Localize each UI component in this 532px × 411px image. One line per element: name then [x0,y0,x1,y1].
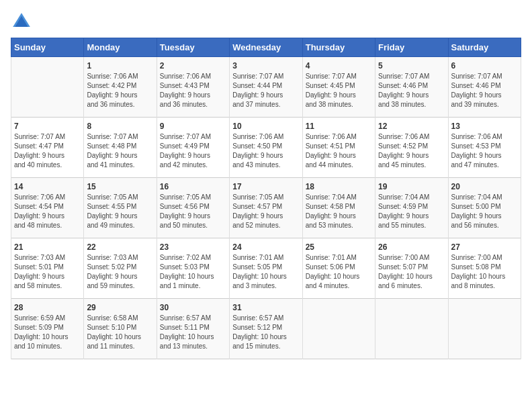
calendar-cell: 17Sunrise: 7:05 AM Sunset: 4:57 PM Dayli… [230,178,302,238]
cell-daylight-info: Sunrise: 7:07 AM Sunset: 4:49 PM Dayligh… [160,132,226,170]
calendar-cell: 12Sunrise: 7:06 AM Sunset: 4:52 PM Dayli… [375,118,448,178]
calendar-cell: 23Sunrise: 7:02 AM Sunset: 5:03 PM Dayli… [157,238,229,299]
calendar-week-row: 28Sunrise: 6:59 AM Sunset: 5:09 PM Dayli… [11,299,521,359]
calendar-cell: 13Sunrise: 7:06 AM Sunset: 4:53 PM Dayli… [448,118,521,178]
cell-daylight-info: Sunrise: 7:04 AM Sunset: 5:00 PM Dayligh… [451,193,518,230]
date-number: 13 [451,122,518,131]
calendar-cell: 18Sunrise: 7:04 AM Sunset: 4:58 PM Dayli… [302,178,375,238]
date-number: 24 [232,242,299,252]
cell-daylight-info: Sunrise: 7:07 AM Sunset: 4:48 PM Dayligh… [87,132,153,170]
calendar-cell: 7Sunrise: 7:07 AM Sunset: 4:47 PM Daylig… [11,118,84,178]
calendar-week-row: 7Sunrise: 7:07 AM Sunset: 4:47 PM Daylig… [11,118,521,178]
date-number: 29 [87,303,153,312]
calendar-cell: 9Sunrise: 7:07 AM Sunset: 4:49 PM Daylig… [157,118,229,178]
weekday-header: Thursday [302,38,375,57]
cell-daylight-info: Sunrise: 6:59 AM Sunset: 5:09 PM Dayligh… [14,314,81,351]
date-number: 2 [160,61,226,71]
calendar-week-row: 1Sunrise: 7:06 AM Sunset: 4:42 PM Daylig… [11,57,521,118]
calendar-cell: 10Sunrise: 7:06 AM Sunset: 4:50 PM Dayli… [230,118,302,178]
cell-daylight-info: Sunrise: 7:05 AM Sunset: 4:57 PM Dayligh… [232,193,299,230]
date-number: 22 [87,242,153,252]
calendar-body: 1Sunrise: 7:06 AM Sunset: 4:42 PM Daylig… [11,57,521,359]
weekday-header: Wednesday [230,38,302,57]
calendar-cell: 11Sunrise: 7:06 AM Sunset: 4:51 PM Dayli… [302,118,375,178]
cell-daylight-info: Sunrise: 7:03 AM Sunset: 5:01 PM Dayligh… [14,253,81,291]
calendar-cell [11,57,84,118]
date-number: 30 [160,303,226,312]
date-number: 10 [232,122,299,131]
cell-daylight-info: Sunrise: 7:05 AM Sunset: 4:55 PM Dayligh… [87,193,153,230]
date-number: 7 [14,122,81,131]
date-number: 31 [232,303,299,312]
date-number: 14 [14,182,81,191]
date-number: 21 [14,242,81,252]
calendar-cell: 1Sunrise: 7:06 AM Sunset: 4:42 PM Daylig… [84,57,157,118]
calendar-cell: 4Sunrise: 7:07 AM Sunset: 4:45 PM Daylig… [302,57,375,118]
calendar-cell: 20Sunrise: 7:04 AM Sunset: 5:00 PM Dayli… [448,178,521,238]
date-number: 16 [160,182,226,191]
weekday-header: Monday [84,38,157,57]
date-number: 23 [160,242,226,252]
cell-daylight-info: Sunrise: 7:06 AM Sunset: 4:43 PM Dayligh… [160,72,226,109]
calendar-cell: 26Sunrise: 7:00 AM Sunset: 5:07 PM Dayli… [375,238,448,299]
calendar-cell: 29Sunrise: 6:58 AM Sunset: 5:10 PM Dayli… [84,299,157,359]
page-header [11,11,521,32]
date-number: 17 [232,182,299,191]
calendar-cell: 30Sunrise: 6:57 AM Sunset: 5:11 PM Dayli… [157,299,229,359]
cell-daylight-info: Sunrise: 7:06 AM Sunset: 4:51 PM Dayligh… [306,132,372,170]
cell-daylight-info: Sunrise: 7:03 AM Sunset: 5:02 PM Dayligh… [87,253,153,291]
calendar-cell: 19Sunrise: 7:04 AM Sunset: 4:59 PM Dayli… [375,178,448,238]
calendar-cell: 15Sunrise: 7:05 AM Sunset: 4:55 PM Dayli… [84,178,157,238]
date-number: 27 [451,242,518,252]
cell-daylight-info: Sunrise: 7:07 AM Sunset: 4:45 PM Dayligh… [306,72,372,109]
calendar-cell: 5Sunrise: 7:07 AM Sunset: 4:46 PM Daylig… [375,57,448,118]
cell-daylight-info: Sunrise: 7:01 AM Sunset: 5:06 PM Dayligh… [306,253,372,291]
calendar-cell: 21Sunrise: 7:03 AM Sunset: 5:01 PM Dayli… [11,238,84,299]
cell-daylight-info: Sunrise: 7:06 AM Sunset: 4:54 PM Dayligh… [14,193,81,230]
calendar-cell: 3Sunrise: 7:07 AM Sunset: 4:44 PM Daylig… [230,57,302,118]
weekday-header-row: SundayMondayTuesdayWednesdayThursdayFrid… [11,38,521,57]
cell-daylight-info: Sunrise: 7:07 AM Sunset: 4:47 PM Dayligh… [14,132,81,170]
cell-daylight-info: Sunrise: 6:58 AM Sunset: 5:10 PM Dayligh… [87,314,153,351]
cell-daylight-info: Sunrise: 7:00 AM Sunset: 5:07 PM Dayligh… [378,253,445,291]
cell-daylight-info: Sunrise: 7:06 AM Sunset: 4:50 PM Dayligh… [232,132,299,170]
date-number: 8 [87,122,153,131]
cell-daylight-info: Sunrise: 7:06 AM Sunset: 4:52 PM Dayligh… [378,132,445,170]
weekday-header: Tuesday [157,38,229,57]
date-number: 28 [14,303,81,312]
date-number: 12 [378,122,445,131]
cell-daylight-info: Sunrise: 6:57 AM Sunset: 5:11 PM Dayligh… [160,314,226,351]
calendar-cell [375,299,448,359]
date-number: 26 [378,242,445,252]
calendar-table: SundayMondayTuesdayWednesdayThursdayFrid… [11,38,521,359]
calendar-cell [302,299,375,359]
calendar-cell: 8Sunrise: 7:07 AM Sunset: 4:48 PM Daylig… [84,118,157,178]
calendar-cell: 28Sunrise: 6:59 AM Sunset: 5:09 PM Dayli… [11,299,84,359]
date-number: 19 [378,182,445,191]
cell-daylight-info: Sunrise: 7:07 AM Sunset: 4:46 PM Dayligh… [451,72,518,109]
calendar-week-row: 21Sunrise: 7:03 AM Sunset: 5:01 PM Dayli… [11,238,521,299]
date-number: 15 [87,182,153,191]
calendar-cell: 25Sunrise: 7:01 AM Sunset: 5:06 PM Dayli… [302,238,375,299]
logo-icon [11,11,32,32]
cell-daylight-info: Sunrise: 6:57 AM Sunset: 5:12 PM Dayligh… [232,314,299,351]
cell-daylight-info: Sunrise: 7:07 AM Sunset: 4:44 PM Dayligh… [232,72,299,109]
calendar-cell [448,299,521,359]
cell-daylight-info: Sunrise: 7:01 AM Sunset: 5:05 PM Dayligh… [232,253,299,291]
date-number: 6 [451,61,518,71]
cell-daylight-info: Sunrise: 7:05 AM Sunset: 4:56 PM Dayligh… [160,193,226,230]
calendar-cell: 2Sunrise: 7:06 AM Sunset: 4:43 PM Daylig… [157,57,229,118]
cell-daylight-info: Sunrise: 7:02 AM Sunset: 5:03 PM Dayligh… [160,253,226,291]
cell-daylight-info: Sunrise: 7:06 AM Sunset: 4:53 PM Dayligh… [451,132,518,170]
date-number: 20 [451,182,518,191]
date-number: 3 [232,61,299,71]
weekday-header: Sunday [11,38,84,57]
date-number: 9 [160,122,226,131]
logo [11,11,35,32]
date-number: 4 [306,61,372,71]
cell-daylight-info: Sunrise: 7:06 AM Sunset: 4:42 PM Dayligh… [87,72,153,109]
cell-daylight-info: Sunrise: 7:00 AM Sunset: 5:08 PM Dayligh… [451,253,518,291]
calendar-cell: 16Sunrise: 7:05 AM Sunset: 4:56 PM Dayli… [157,178,229,238]
weekday-header: Friday [375,38,448,57]
weekday-header: Saturday [448,38,521,57]
